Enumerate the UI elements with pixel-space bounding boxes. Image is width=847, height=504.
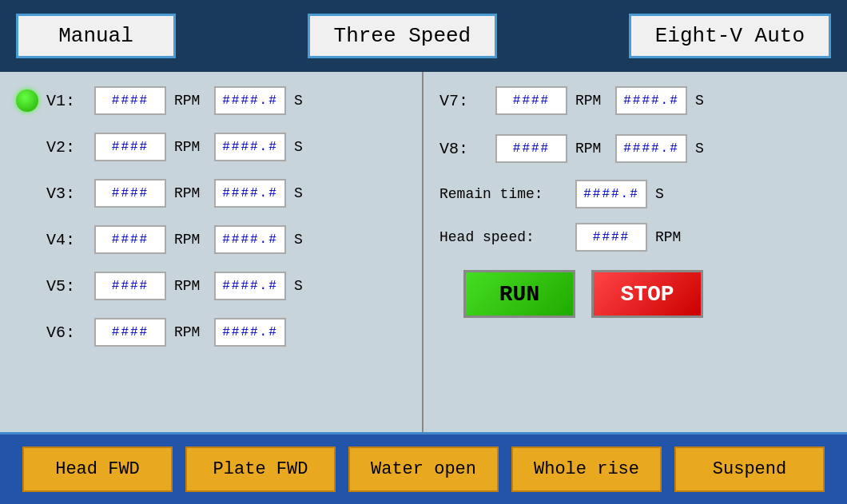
remain-time-unit: S [655, 186, 664, 202]
v5-time-input[interactable]: ####.# [214, 272, 286, 300]
v2-label: V2: [46, 138, 86, 157]
water-open-button[interactable]: Water open [348, 446, 499, 492]
plate-fwd-button[interactable]: Plate FWD [185, 446, 336, 492]
v1-time-input[interactable]: ####.# [214, 86, 286, 115]
v5-rpm-unit: RPM [174, 278, 206, 294]
v4-rpm-input[interactable]: #### [94, 225, 166, 254]
v4-time-input[interactable]: ####.# [214, 225, 286, 254]
v5-label: V5: [46, 277, 86, 296]
v7-time-input[interactable]: ####.# [615, 86, 687, 115]
v2-rpm-input[interactable]: #### [94, 133, 166, 161]
v8-rpm-unit: RPM [575, 141, 607, 157]
left-panel: V1: #### RPM ####.# S V2: #### RPM ####.… [0, 72, 424, 432]
v8-rpm-input[interactable]: #### [495, 134, 567, 163]
v8-row: V8: #### RPM ####.# S [439, 128, 831, 169]
head-speed-label: Head speed: [439, 229, 567, 245]
v8-label: V8: [439, 140, 487, 158]
head-fwd-button[interactable]: Head FWD [22, 446, 173, 492]
v4-label: V4: [46, 231, 86, 249]
v6-row: V6: #### RPM ####.# [16, 312, 406, 353]
action-row: RUN STOP [439, 270, 831, 318]
v2-time-input[interactable]: ####.# [214, 133, 286, 161]
footer: Head FWD Plate FWD Water open Whole rise… [0, 432, 847, 504]
whole-rise-button[interactable]: Whole rise [511, 446, 662, 492]
v3-rpm-unit: RPM [174, 185, 206, 201]
suspend-button[interactable]: Suspend [674, 446, 825, 492]
v6-rpm-unit: RPM [174, 324, 206, 340]
v4-rpm-unit: RPM [174, 232, 206, 248]
v1-rpm-unit: RPM [174, 93, 206, 109]
v2-s-unit: S [294, 139, 303, 155]
v6-label: V6: [46, 323, 86, 342]
head-speed-unit: RPM [655, 229, 687, 245]
v4-row: V4: #### RPM ####.# S [16, 219, 406, 260]
v6-time-input[interactable]: ####.# [214, 318, 286, 347]
v1-s-unit: S [294, 93, 303, 109]
v7-s-unit: S [695, 93, 704, 109]
v2-row: V2: #### RPM ####.# S [16, 126, 406, 168]
v5-row: V5: #### RPM ####.# S [16, 265, 406, 307]
v7-label: V7: [439, 92, 487, 110]
remain-time-input[interactable]: ####.# [575, 180, 647, 208]
v1-indicator [16, 89, 38, 112]
eight-v-auto-button[interactable]: Eight-V Auto [629, 14, 831, 58]
v7-rpm-input[interactable]: #### [495, 86, 567, 115]
three-speed-button[interactable]: Three Speed [308, 14, 498, 58]
v5-rpm-input[interactable]: #### [94, 272, 166, 300]
main-content: V1: #### RPM ####.# S V2: #### RPM ####.… [0, 72, 847, 432]
remain-time-label: Remain time: [439, 186, 567, 202]
v7-rpm-unit: RPM [575, 93, 607, 109]
v6-rpm-input[interactable]: #### [94, 318, 166, 347]
remain-time-row: Remain time: ####.# S [439, 176, 831, 212]
manual-button[interactable]: Manual [16, 14, 176, 58]
head-speed-input[interactable]: #### [575, 223, 647, 252]
v8-s-unit: S [695, 141, 704, 157]
v3-row: V3: #### RPM ####.# S [16, 173, 406, 214]
v3-rpm-input[interactable]: #### [94, 179, 166, 208]
run-button[interactable]: RUN [463, 270, 575, 318]
v3-s-unit: S [294, 185, 303, 201]
v8-time-input[interactable]: ####.# [615, 134, 687, 163]
v4-s-unit: S [294, 232, 303, 248]
head-speed-row: Head speed: #### RPM [439, 219, 831, 256]
v3-time-input[interactable]: ####.# [214, 179, 286, 208]
v1-label: V1: [46, 92, 86, 110]
stop-button[interactable]: STOP [591, 270, 703, 318]
v1-row: V1: #### RPM ####.# S [16, 80, 406, 121]
header: Manual Three Speed Eight-V Auto [0, 0, 847, 72]
v3-label: V3: [46, 185, 86, 203]
right-panel: V7: #### RPM ####.# S V8: #### RPM ####.… [424, 72, 847, 432]
v2-rpm-unit: RPM [174, 139, 206, 155]
v1-rpm-input[interactable]: #### [94, 86, 166, 115]
v5-s-unit: S [294, 278, 303, 294]
v7-row: V7: #### RPM ####.# S [439, 80, 831, 121]
